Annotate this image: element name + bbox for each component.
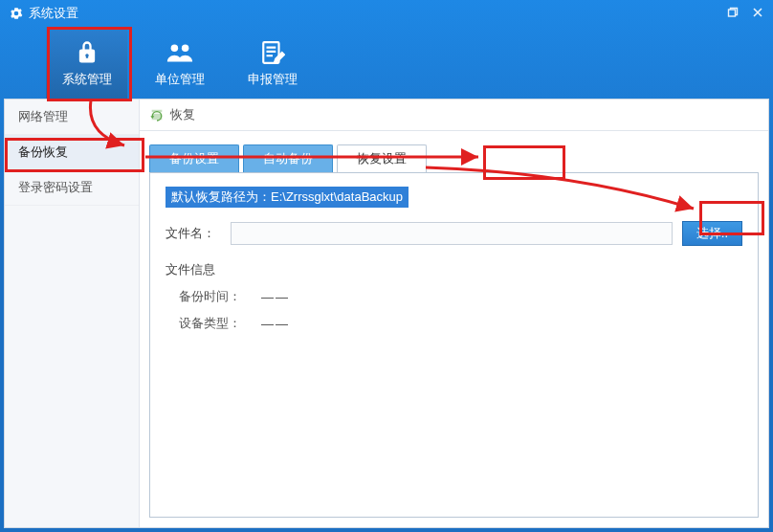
sidebar-item-label: 备份恢复 xyxy=(18,144,68,159)
sidebar-item-network[interactable]: 网络管理 xyxy=(5,100,139,135)
svg-rect-0 xyxy=(729,10,736,16)
app-window: 系统设置 系统管理 单位管理 申报管理 xyxy=(0,0,773,532)
sidebar: 网络管理 备份恢复 登录密码设置 xyxy=(5,100,140,527)
filename-row: 文件名： 选择.. xyxy=(166,221,742,246)
svg-point-1 xyxy=(170,44,178,52)
backup-time-row: 备份时间： —— xyxy=(166,288,742,305)
restore-window-icon[interactable] xyxy=(727,7,739,21)
top-nav: 系统管理 单位管理 申报管理 xyxy=(0,27,773,99)
breadcrumb: 恢复 xyxy=(140,100,768,131)
org-icon xyxy=(166,38,194,67)
tab-auto-backup[interactable]: 自动备份 xyxy=(243,144,333,172)
tab-restore-settings[interactable]: 恢复设置 xyxy=(337,144,427,172)
backup-time-label: 备份时间： xyxy=(179,288,261,305)
breadcrumb-label: 恢复 xyxy=(170,106,195,123)
tab-backup-settings[interactable]: 备份设置 xyxy=(149,144,239,172)
tabs: 备份设置 自动备份 恢复设置 xyxy=(140,131,768,172)
device-type-label: 设备类型： xyxy=(179,315,261,332)
main-area: 恢复 备份设置 自动备份 恢复设置 默认恢复路径为：E:\Zrrssglxt\d… xyxy=(140,100,768,527)
gear-icon xyxy=(10,7,23,20)
topnav-org[interactable]: 单位管理 xyxy=(139,27,220,99)
doc-edit-icon xyxy=(260,38,285,67)
topnav-system[interactable]: 系统管理 xyxy=(46,27,127,99)
sidebar-item-password[interactable]: 登录密码设置 xyxy=(5,170,139,206)
sidebar-item-backup-restore[interactable]: 备份恢复 xyxy=(5,135,139,170)
fileinfo-title: 文件信息 xyxy=(166,261,742,278)
backup-time-value: —— xyxy=(261,290,290,304)
tab-label: 备份设置 xyxy=(169,150,219,167)
svg-point-2 xyxy=(181,44,188,52)
content-body: 网络管理 备份恢复 登录密码设置 恢复 备份设置 自动备份 恢复设置 默认恢复路… xyxy=(4,99,769,528)
device-type-row: 设备类型： —— xyxy=(166,315,742,332)
device-type-value: —— xyxy=(261,317,290,331)
title-bar: 系统设置 xyxy=(0,0,773,27)
topnav-declare[interactable]: 申报管理 xyxy=(232,27,313,99)
panel-restore: 默认恢复路径为：E:\Zrrssglxt\dataBackup 文件名： 选择.… xyxy=(149,172,759,518)
lock-icon xyxy=(74,38,100,67)
select-file-button[interactable]: 选择.. xyxy=(682,221,742,246)
filename-input[interactable] xyxy=(231,222,673,245)
topnav-label: 系统管理 xyxy=(62,71,112,88)
topnav-label: 申报管理 xyxy=(248,71,298,88)
close-window-icon[interactable] xyxy=(752,7,763,21)
restore-icon xyxy=(149,107,165,122)
tab-label: 恢复设置 xyxy=(357,150,407,167)
default-path-notice: 默认恢复路径为：E:\Zrrssglxt\dataBackup xyxy=(166,187,409,208)
tab-label: 自动备份 xyxy=(263,150,313,167)
topnav-label: 单位管理 xyxy=(155,71,205,88)
sidebar-item-label: 网络管理 xyxy=(18,109,68,123)
filename-label: 文件名： xyxy=(166,225,231,242)
window-title: 系统设置 xyxy=(29,5,78,22)
button-label: 选择.. xyxy=(696,226,728,240)
sidebar-item-label: 登录密码设置 xyxy=(18,180,93,194)
